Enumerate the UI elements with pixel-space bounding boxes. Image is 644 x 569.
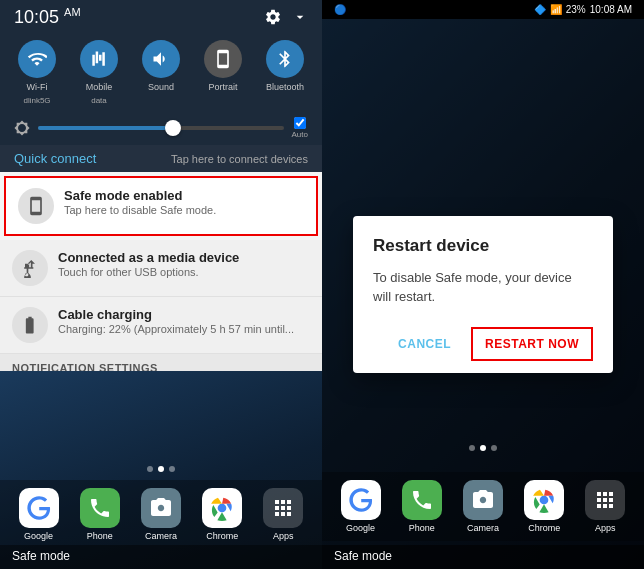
right-status-right: 🔷 📶 23% 10:08 AM: [534, 4, 632, 15]
toggle-mobiledata[interactable]: Mobile data: [74, 40, 124, 105]
charging-icon: [12, 307, 48, 343]
phone-label-right: Phone: [409, 523, 435, 533]
toggle-wifi[interactable]: Wi-Fi dlink5G: [12, 40, 62, 105]
apps-label-left: Apps: [273, 531, 294, 541]
app-google[interactable]: Google: [13, 488, 65, 541]
dialog-title: Restart device: [373, 236, 593, 256]
portrait-label: Portrait: [208, 82, 237, 92]
notif-charging-text: Cable charging Charging: 22% (Approximat…: [58, 307, 310, 335]
restart-now-button[interactable]: RESTART NOW: [471, 327, 593, 361]
wifi-label: Wi-Fi: [27, 82, 48, 92]
quick-connect-label: Quick connect: [14, 151, 96, 166]
notif-safemode-title: Safe mode enabled: [64, 188, 304, 203]
brightness-slider[interactable]: [38, 126, 284, 130]
phone-icon-right: [402, 480, 442, 520]
left-status-icons: [264, 8, 308, 26]
google-label-right: Google: [346, 523, 375, 533]
notif-settings-label: NOTIFICATION SETTINGS: [12, 362, 158, 371]
left-safe-mode-bar: Safe mode: [0, 545, 322, 569]
camera-icon-right: [463, 480, 503, 520]
right-status-left: 🔵: [334, 4, 346, 15]
notif-usb-title: Connected as a media device: [58, 250, 310, 265]
phone-icon: [80, 488, 120, 528]
google-label: Google: [24, 531, 53, 541]
apps-icon-left: [263, 488, 303, 528]
right-panel: 🔵 🔷 📶 23% 10:08 AM Restart device To dis…: [322, 0, 644, 569]
app-camera[interactable]: Camera: [135, 488, 187, 541]
dot-2: [158, 466, 164, 472]
notification-list: Safe mode enabled Tap here to disable Sa…: [0, 172, 322, 371]
mobiledata-label: Mobile: [86, 82, 113, 92]
bluetooth-icon-circle: [266, 40, 304, 78]
notif-charging[interactable]: Cable charging Charging: 22% (Approximat…: [0, 297, 322, 354]
right-page-dots: [322, 437, 644, 459]
notif-charging-title: Cable charging: [58, 307, 310, 322]
gear-icon[interactable]: [264, 8, 282, 26]
apps-label-right: Apps: [595, 523, 616, 533]
mobiledata-icon-circle: [80, 40, 118, 78]
google-icon-right: [341, 480, 381, 520]
auto-brightness-checkbox[interactable]: [294, 117, 306, 129]
chrome-label-right: Chrome: [528, 523, 560, 533]
signal-icon: 📶: [550, 4, 562, 15]
left-home-screen: Google Phone Camera: [0, 371, 322, 570]
right-home-screen: Restart device To disable Safe mode, you…: [322, 19, 644, 569]
chrome-icon-left: [202, 488, 242, 528]
app-phone-right[interactable]: Phone: [396, 480, 448, 533]
toggle-sound[interactable]: Sound: [136, 40, 186, 105]
portrait-icon-circle: [204, 40, 242, 78]
toggle-portrait[interactable]: Portrait: [198, 40, 248, 105]
notif-safemode-text: Safe mode enabled Tap here to disable Sa…: [64, 188, 304, 216]
chevron-down-icon[interactable]: [292, 9, 308, 25]
notif-usb[interactable]: Connected as a media device Touch for ot…: [0, 240, 322, 297]
dialog-buttons: CANCEL RESTART NOW: [373, 327, 593, 361]
bt-status-icon: 🔷: [534, 4, 546, 15]
toggle-bluetooth[interactable]: Bluetooth: [260, 40, 310, 105]
app-camera-right[interactable]: Camera: [457, 480, 509, 533]
mobiledata-sub: data: [91, 96, 107, 105]
right-time: 10:08 AM: [590, 4, 632, 15]
sound-icon-circle: [142, 40, 180, 78]
right-dot-2: [480, 445, 486, 451]
bluetooth-label: Bluetooth: [266, 82, 304, 92]
app-apps-right[interactable]: Apps: [579, 480, 631, 533]
app-apps-left[interactable]: Apps: [257, 488, 309, 541]
sound-label: Sound: [148, 82, 174, 92]
camera-label-right: Camera: [467, 523, 499, 533]
quick-connect-tap[interactable]: Tap here to connect devices: [171, 153, 308, 165]
app-chrome-right[interactable]: Chrome: [518, 480, 570, 533]
quick-toggles: Wi-Fi dlink5G Mobile data: [0, 32, 322, 111]
usb-icon: [12, 250, 48, 286]
safemode-icon: [18, 188, 54, 224]
restart-dialog: Restart device To disable Safe mode, you…: [353, 216, 613, 373]
app-google-right[interactable]: Google: [335, 480, 387, 533]
wifi-sub: dlink5G: [23, 96, 50, 105]
wifi-icon-circle: [18, 40, 56, 78]
cancel-button[interactable]: CANCEL: [386, 329, 463, 359]
right-dot-1: [469, 445, 475, 451]
apps-icon-right: [585, 480, 625, 520]
notification-settings-bar[interactable]: NOTIFICATION SETTINGS: [0, 354, 322, 371]
app-chrome-left[interactable]: Chrome: [196, 488, 248, 541]
google-icon: [19, 488, 59, 528]
app-phone[interactable]: Phone: [74, 488, 126, 541]
brightness-low-icon: [14, 120, 30, 136]
left-panel: 10:05 AM: [0, 0, 322, 569]
chrome-icon-right: [524, 480, 564, 520]
notif-safemode[interactable]: Safe mode enabled Tap here to disable Sa…: [4, 176, 318, 236]
right-app-dock: Google Phone Camera: [322, 472, 644, 541]
chrome-label-left: Chrome: [206, 531, 238, 541]
right-status-bar: 🔵 🔷 📶 23% 10:08 AM: [322, 0, 644, 19]
left-status-bar: 10:05 AM: [0, 0, 322, 32]
notification-shade: 10:05 AM: [0, 0, 322, 172]
left-app-dock: Google Phone Camera: [0, 480, 322, 545]
phone-label: Phone: [87, 531, 113, 541]
notif-usb-sub: Touch for other USB options.: [58, 266, 310, 278]
notif-charging-sub: Charging: 22% (Approximately 5 h 57 min …: [58, 323, 310, 335]
camera-label: Camera: [145, 531, 177, 541]
right-safe-mode-bar: Safe mode: [322, 545, 644, 569]
right-safe-mode-label: Safe mode: [334, 549, 392, 563]
svg-point-0: [218, 504, 227, 513]
camera-icon: [141, 488, 181, 528]
dot-1: [147, 466, 153, 472]
